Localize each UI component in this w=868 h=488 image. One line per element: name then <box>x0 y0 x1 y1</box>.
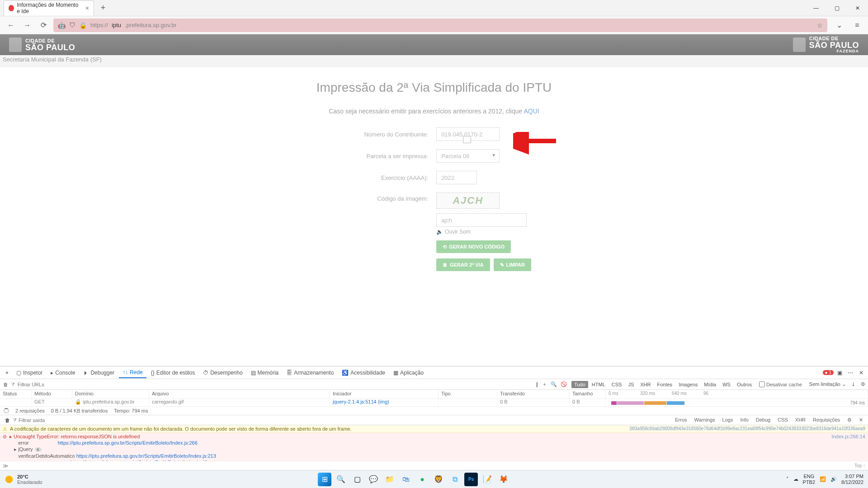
col-arquivo[interactable]: Arquivo <box>149 390 330 399</box>
new-tab-button[interactable]: + <box>97 2 109 14</box>
vscode-icon[interactable]: ⧉ <box>448 473 462 486</box>
col-tipo[interactable]: Tipo <box>439 390 497 399</box>
browser-tab[interactable]: Informações de Momento e Ide × <box>4 0 94 16</box>
photoshop-icon[interactable]: Ps <box>464 473 478 486</box>
ct-requisicoes[interactable]: Requisições <box>810 416 843 424</box>
tray-chevron-icon[interactable]: ˄ <box>786 476 789 482</box>
console-close-icon[interactable]: ✕ <box>856 416 866 424</box>
brave-icon[interactable]: 🦁 <box>432 473 445 486</box>
pause-icon[interactable]: ‖ <box>536 381 538 387</box>
disable-cache-checkbox[interactable]: Desativar cache <box>759 381 802 387</box>
ct-warnings[interactable]: Warnings <box>691 416 718 424</box>
search-icon[interactable]: 🔍 <box>334 473 348 486</box>
console-warning[interactable]: ⚠ A codificação de caracteres de um docu… <box>0 425 868 433</box>
tab-debugger[interactable]: ⏵Debugger <box>80 368 118 378</box>
more-icon[interactable]: ⋯ <box>845 368 855 378</box>
weather-widget[interactable]: 20°C Ensolarado <box>5 474 42 485</box>
console-input[interactable]: ≫ Top ↑ <box>0 461 868 470</box>
novo-codigo-button[interactable]: ⟲ GERAR NOVO CÓDIGO <box>436 240 511 253</box>
add-icon[interactable]: ＋ <box>542 381 547 388</box>
firefox-icon[interactable]: 🦊 <box>497 473 510 486</box>
minimize-button[interactable]: — <box>806 0 826 16</box>
start-icon[interactable]: ⊞ <box>318 473 331 486</box>
taskview-icon[interactable]: ▢ <box>350 473 364 486</box>
notepad-icon[interactable]: 📝 <box>481 473 494 486</box>
close-devtools-icon[interactable]: ✕ <box>856 368 866 378</box>
chip-fontes[interactable]: Fontes <box>654 381 675 388</box>
ct-logs[interactable]: Logs <box>719 416 736 424</box>
address-bar[interactable]: 🤖 ⛉ 🔒 https://iptu.prefeitura.sp.gov.br … <box>53 19 827 32</box>
col-metodo[interactable]: Método <box>32 390 72 399</box>
network-row[interactable]: GET 🔒 iptu.prefeitura.sp.gov.br carregan… <box>0 399 868 406</box>
input-exercicio[interactable] <box>436 171 477 184</box>
tab-memoria[interactable]: ▤Memória <box>247 368 283 378</box>
clock[interactable]: 3:07 PM8/12/2022 <box>841 474 863 484</box>
chip-outros[interactable]: Outros <box>734 381 755 388</box>
tab-desempenho[interactable]: ⏱Desempenho <box>199 368 246 378</box>
col-transferido[interactable]: Transferido <box>497 390 570 399</box>
console-error[interactable]: ⊘ ▸ Uncaught TypeError: retorno.response… <box>0 433 868 461</box>
col-iniciador[interactable]: Iniciador <box>330 390 439 399</box>
language-indicator[interactable]: ENGPTB2 <box>803 474 816 484</box>
notice-link[interactable]: AQUI <box>524 108 539 115</box>
tab-estilos[interactable]: {}Editor de estilos <box>147 368 198 378</box>
tab-rede[interactable]: ↑↓Rede <box>119 367 146 378</box>
error-count-badge[interactable]: ● 1 <box>823 370 834 375</box>
dock-icon[interactable]: ▣ <box>835 368 844 378</box>
bookmark-icon[interactable]: ☆ <box>817 22 823 29</box>
tab-aplicacao[interactable]: ▦Aplicação <box>390 368 427 378</box>
ct-css[interactable]: CSS <box>774 416 791 424</box>
chip-midia[interactable]: Mídia <box>701 381 719 388</box>
warning-location[interactable]: 083a958c66ab28009df943e318560e78d64df1b9… <box>630 426 865 432</box>
pocket-icon[interactable]: ⌄ <box>833 19 845 32</box>
close-window-button[interactable]: ✕ <box>847 0 868 16</box>
col-dominio[interactable]: Domínio <box>72 390 149 399</box>
chip-js[interactable]: JS <box>625 381 637 388</box>
chat-icon[interactable]: 💬 <box>367 473 380 486</box>
forward-button[interactable]: → <box>21 19 33 32</box>
chip-tudo[interactable]: Tudo <box>571 381 588 388</box>
maximize-button[interactable]: ▢ <box>826 0 847 16</box>
console-settings-icon[interactable]: ⚙ <box>844 416 855 424</box>
settings-icon[interactable]: ⚙ <box>861 381 865 387</box>
tray-cloud-icon[interactable]: ☁ <box>793 476 798 482</box>
volume-icon[interactable]: 🔊 <box>830 476 837 482</box>
col-tamanho[interactable]: Tamanho <box>570 390 606 399</box>
filter-urls-input[interactable] <box>16 382 70 387</box>
reload-button[interactable]: ⟳ <box>37 19 50 32</box>
captcha-audio-link[interactable]: 🔈 Ouvir Som <box>436 229 531 235</box>
limpar-button[interactable]: ✎ LIMPAR <box>494 258 531 271</box>
tab-console[interactable]: ▸Console <box>47 368 79 378</box>
tab-armazenamento[interactable]: 🗄Armazenamento <box>283 368 337 378</box>
pick-element-icon[interactable]: ⌖ <box>2 368 12 378</box>
search-icon[interactable]: 🔍 <box>551 381 557 387</box>
explorer-icon[interactable]: 📁 <box>383 473 396 486</box>
spotify-icon[interactable]: ● <box>415 473 429 486</box>
har-icon[interactable]: ⤓ <box>851 381 855 387</box>
throttle-select[interactable]: Sem limitação ⌄ <box>807 380 849 388</box>
store-icon[interactable]: 🛍 <box>399 473 413 486</box>
chip-html[interactable]: HTML <box>589 381 608 388</box>
ct-xhr[interactable]: XHR <box>792 416 809 424</box>
chip-css[interactable]: CSS <box>609 381 625 388</box>
clear-network-icon[interactable]: 🗑 <box>0 382 11 387</box>
close-tab-icon[interactable]: × <box>85 5 89 12</box>
tab-inspetor[interactable]: ▢Inspetor <box>13 368 46 378</box>
chip-imagens[interactable]: Imagens <box>676 381 700 388</box>
input-captcha[interactable] <box>436 213 527 227</box>
ct-debug[interactable]: Debug <box>753 416 774 424</box>
select-parcela[interactable]: Parcela 08 <box>436 149 500 163</box>
ct-erros[interactable]: Erros <box>672 416 690 424</box>
scroll-top-link[interactable]: Top ↑ <box>854 463 865 468</box>
block-icon[interactable]: 🚫 <box>561 381 567 387</box>
chip-ws[interactable]: WS <box>720 381 733 388</box>
console-filter-input[interactable] <box>17 418 71 423</box>
app-menu-icon[interactable]: ≡ <box>851 19 863 32</box>
col-status[interactable]: Status <box>0 390 32 399</box>
gerar-button[interactable]: 🗎 GERAR 2ª VIA <box>436 258 490 271</box>
wifi-icon[interactable]: 📶 <box>820 476 826 482</box>
error-location[interactable]: Index.js:266:14 <box>831 433 865 440</box>
back-button[interactable]: ← <box>5 19 17 32</box>
tab-acessibilidade[interactable]: ♿Acessibilidade <box>338 368 389 378</box>
clear-console-icon[interactable]: 🗑 <box>2 418 13 423</box>
